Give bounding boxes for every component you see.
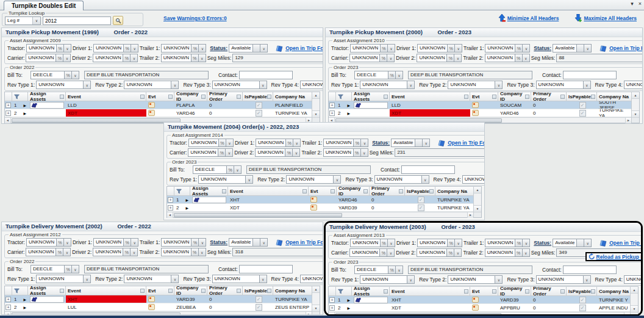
panel-header[interactable]: Turnpike Delivery Movement (2002) Order … <box>2 222 323 231</box>
vertical-scrollbar[interactable]: ▲ ▼ <box>312 286 320 315</box>
column-filter-icon[interactable] <box>201 95 206 99</box>
table-row[interactable]: + 2 ▶ LUL <box>5 303 312 311</box>
assign-assets-editor[interactable] <box>30 102 64 109</box>
driver2-combo[interactable]: UNKNOWN % ∨ <box>417 248 462 257</box>
driver2-combo[interactable]: UNKNOWN % ∨ <box>255 148 300 157</box>
column-filter-icon[interactable] <box>60 289 64 293</box>
checkbox-checked-icon[interactable]: ✓ <box>579 305 586 311</box>
company-name-header[interactable]: Company Na <box>597 92 631 101</box>
trailer2-value[interactable]: UNKNOWN <box>161 248 191 256</box>
dropdown-button[interactable]: ∨ <box>131 54 138 62</box>
lookup-button[interactable]: % <box>123 54 131 62</box>
rev-type1-value[interactable]: UNKNOWN <box>360 275 407 284</box>
row-expand-toggle[interactable]: + <box>5 101 12 109</box>
primary-order-cell[interactable]: 0 <box>207 109 243 117</box>
vertical-scrollbar[interactable]: ▲ ▼ <box>631 92 639 123</box>
company-id-cell[interactable]: YARD46 <box>498 109 531 117</box>
company-id-cell[interactable]: SOUCAM <box>498 101 531 109</box>
lookup-button[interactable]: % <box>191 238 199 247</box>
tractor-combo[interactable]: UNKNOWN % ∨ <box>350 44 395 52</box>
scroll-down-icon[interactable]: ▼ <box>631 305 638 312</box>
carrier-value[interactable]: UNKNOWN <box>349 248 380 257</box>
event-cell[interactable]: LUL <box>66 303 146 311</box>
column-filter-icon[interactable] <box>525 95 529 99</box>
checkbox-checked-icon[interactable]: ✓ <box>256 110 262 117</box>
leg-number-select[interactable]: Leg # ∨ <box>5 16 41 25</box>
table-row[interactable]: + 2 ▶ XDT <box>329 304 630 312</box>
rev-type3-combo[interactable]: UNKNOWN ∨ <box>212 81 267 89</box>
assign-assets-editor[interactable] <box>354 102 388 109</box>
primary-order-header[interactable]: Primary Order <box>531 92 567 101</box>
checkbox-checked-icon[interactable]: ✓ <box>418 204 424 211</box>
scroll-left-icon[interactable]: ◄ <box>5 312 11 316</box>
status-label[interactable]: Status: <box>210 45 227 51</box>
event-header[interactable]: Event <box>66 286 146 295</box>
lookup-button[interactable]: % <box>227 165 234 174</box>
assign-assets-cell[interactable] <box>190 204 228 211</box>
column-filter-icon[interactable] <box>399 189 403 193</box>
trailer1-value[interactable]: UNKNOWN <box>161 238 191 247</box>
assign-assets-cell[interactable] <box>352 101 390 109</box>
company-name-cell[interactable]: ZEUS ENTERP <box>273 303 312 311</box>
checkbox-checked-icon[interactable]: ✓ <box>418 197 424 203</box>
company-name-cell[interactable]: APPLE INDU <box>597 304 630 311</box>
assign-assets-header[interactable]: Assign Assets <box>352 287 390 295</box>
trailer1-value[interactable]: UNKNOWN <box>161 44 191 52</box>
dropdown-button[interactable]: ∨ <box>131 238 138 247</box>
dropdown-button[interactable]: ∨ <box>523 44 530 52</box>
blank-button[interactable] <box>577 239 584 247</box>
rev-type2-value[interactable]: UNKNOWN <box>124 81 171 89</box>
driver2-combo[interactable]: UNKNOWN % ∨ <box>417 54 462 62</box>
dropdown-button[interactable]: ∨ <box>584 275 591 284</box>
evt-cell[interactable] <box>470 296 498 303</box>
rev-type4-value[interactable]: UNKNOWN <box>462 175 485 184</box>
rev-type4-combo[interactable]: UNKNOWN ∨ <box>300 81 323 89</box>
dropdown-button[interactable]: ∨ <box>584 44 592 52</box>
company-name-cell[interactable]: TURNPIKE YA <box>435 204 473 211</box>
dropdown-button[interactable]: ∨ <box>584 239 592 247</box>
scroll-down-icon[interactable]: ▼ <box>632 110 639 117</box>
blank-button[interactable] <box>415 139 423 147</box>
driver2-value[interactable]: UNKNOWN <box>93 54 123 62</box>
row-expand-toggle[interactable]: + <box>329 304 336 311</box>
dropdown-button[interactable]: ∨ <box>131 248 138 256</box>
is-payable-cell[interactable]: ✓ <box>243 295 273 303</box>
dropdown-button[interactable]: ∨ <box>523 248 530 257</box>
row-expand-toggle[interactable]: + <box>329 101 336 109</box>
row-number-cell[interactable]: 1 ▶ <box>336 101 352 109</box>
driver2-value[interactable]: UNKNOWN <box>255 148 285 157</box>
row-number-cell[interactable]: 1 ▶ <box>336 296 352 303</box>
row-selector-header[interactable] <box>336 287 352 295</box>
dropdown-button[interactable]: ∨ <box>396 266 403 274</box>
dropdown-button[interactable]: ∨ <box>407 275 415 284</box>
column-filter-icon[interactable] <box>267 95 271 99</box>
table-row[interactable]: + 1 ▶ XHT <box>5 295 312 303</box>
lookup-button[interactable]: % <box>388 266 396 274</box>
scroll-up-icon[interactable]: ▲ <box>312 286 320 293</box>
bill-to-combo[interactable]: DEECLE % ∨ <box>354 71 403 79</box>
primary-order-cell[interactable]: 0 <box>531 109 567 117</box>
lookup-button[interactable]: % <box>447 54 454 62</box>
scroll-up-icon[interactable]: ▲ <box>632 92 639 99</box>
tractor-value[interactable]: UNKNOWN <box>350 44 381 52</box>
evt-header[interactable]: Evt <box>309 187 337 195</box>
assign-assets-editor[interactable] <box>30 296 64 303</box>
dropdown-button[interactable]: ∨ <box>63 54 71 62</box>
rev-type2-combo[interactable]: UNKNOWN ∨ <box>286 175 341 184</box>
vertical-scrollbar[interactable]: ▲ ▼ <box>473 187 481 217</box>
dropdown-button[interactable]: ∨ <box>131 44 138 52</box>
scrollbar-thumb[interactable] <box>12 118 181 123</box>
driver2-combo[interactable]: UNKNOWN % ∨ <box>93 248 138 256</box>
tractor-combo[interactable]: UNKNOWN % ∨ <box>350 239 395 247</box>
horizontal-scrollbar[interactable]: ◄ ► <box>167 212 473 217</box>
evt-header[interactable]: Evt <box>470 287 498 295</box>
evt-cell[interactable] <box>146 303 174 311</box>
event-cell[interactable]: LLD <box>66 101 146 109</box>
bill-to-combo[interactable]: DEECLE % ∨ <box>354 266 403 274</box>
row-expand-toggle[interactable]: + <box>329 109 336 117</box>
assign-assets-header[interactable]: Assign Assets <box>190 187 228 195</box>
dropdown-button[interactable]: ∨ <box>171 275 179 283</box>
rev-type2-combo[interactable]: UNKNOWN ∨ <box>124 275 179 283</box>
status-combo[interactable]: Available ∨ <box>553 44 592 52</box>
window-menu-icon[interactable]: ▾ <box>631 1 634 7</box>
